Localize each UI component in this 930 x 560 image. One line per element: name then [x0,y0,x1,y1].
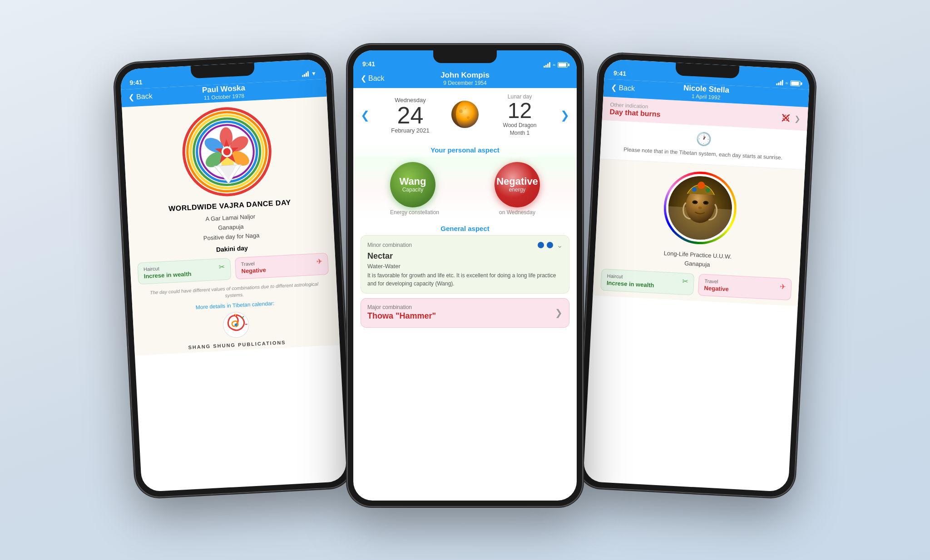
right-content: Other indication Day that burns ❯ [593,97,808,306]
signal-icon-center [544,62,550,68]
combo-chevron-minor: ⌄ [557,241,563,250]
nav-title-left: Paul Woska 11 October 1978 [202,84,246,101]
status-time-left: 9:41 [129,79,143,86]
status-time-center: 9:41 [362,60,375,68]
back-button-right[interactable]: ❮ Back [611,83,635,93]
major-combo-arrow: ❯ [555,307,563,318]
combo-header-minor: Minor combination ⌄ [367,241,563,250]
plane-icon-right: ✈ [779,282,786,291]
date-next-button[interactable]: ❯ [560,109,569,122]
shang-shung-logo: Shang Shung Publications [133,306,340,353]
nav-title-center: John Kompis 9 December 1954 [440,71,490,86]
other-ind-left: Other indication Day that burns [609,102,661,119]
combo-desc-minor: It is favorable for growth and life etc.… [367,271,563,288]
combo-name-minor: Nectar [367,251,563,261]
wang-ball: Wang Capacity [390,162,435,207]
scissors-icon-left: ✂ [218,262,225,271]
event-desc: A Gar Lamai Naljor Ganapuja Positive day… [137,208,325,246]
minor-combo-card[interactable]: Minor combination ⌄ Nectar Water-Water I… [361,235,569,294]
moon-phase-icon [451,100,479,130]
deity-inner [667,175,733,241]
major-combo-card[interactable]: Major combination Thowa "Hammer" ❯ [361,298,569,328]
battery-icon-right [790,80,801,86]
battery-icon-center [558,62,568,68]
mandala-area [122,97,331,202]
energy-row: Wang Capacity Energy constellation Negat… [353,157,577,220]
status-icons-right: ≈ [776,80,801,87]
date-nav-right: Lunar day 12 Wood DragonMonth 1 [479,93,560,137]
signal-icon-right [776,80,783,86]
wifi-icon-left: ▼ [311,70,317,77]
publisher-name: Shang Shung Publications [134,337,340,353]
status-icons-center: ≈ [544,62,568,68]
phone-center: 9:41 ≈ ❮ Back [347,44,583,507]
haircut-pill-left[interactable]: ✂ Haircut Increse in wealth [137,258,231,285]
deity-face-svg [667,175,733,241]
scissors-icon-right: ✂ [682,277,688,286]
date-nav: ❮ Wednesday 24 February 2021 [353,88,577,142]
plane-icon-left: ✈ [316,257,322,266]
negative-ball: Negative energy [495,162,540,207]
x-mark-icon [781,113,791,123]
phone-left: 9:41 ▼ ❮ Back Paul W [113,52,354,499]
actions-row-right: ✂ Haircut Increse in wealth ✈ Travel Neg… [600,269,792,300]
back-button-left[interactable]: ❮ Back [129,92,153,102]
date-nav-left: Wednesday 24 February 2021 [370,97,451,134]
back-button-center[interactable]: ❮ Back [361,74,385,83]
combo-dots [538,242,553,248]
date-prev-button[interactable]: ❮ [361,109,370,122]
general-aspect-header: General aspect [353,220,577,235]
other-ind-icons: ❯ [781,113,801,123]
signal-icon-left [302,71,309,77]
deity-circle [662,170,738,246]
phone-right: 9:41 ≈ ❮ Back [576,52,817,499]
svg-point-22 [459,109,463,113]
nav-title-right: Nicole Stella 1 April 1992 [683,83,730,101]
center-content: ❮ Wednesday 24 February 2021 [353,88,577,332]
status-time-right: 9:41 [613,69,627,77]
status-icons-left: ▼ [302,70,317,78]
spiral-icon [222,310,250,339]
deity-image-container [596,159,805,253]
mandala-image [179,104,275,199]
lunar-extra: Wood DragonMonth 1 [479,122,560,137]
wifi-icon-right: ≈ [785,80,788,86]
wang-energy: Wang Capacity Energy constellation [390,162,439,216]
negative-energy: Negative energy on Wednesday [495,162,540,216]
personal-aspect-header: Your personal aspect [353,142,577,157]
combo-sub-minor: Water-Water [367,263,563,270]
notch-center [433,50,497,63]
left-content: WORLDWIDE VAJRA DANCE DAY A Gar Lamai Na… [122,97,340,356]
svg-point-24 [465,108,466,109]
nav-bar-center: ❮ Back John Kompis 9 December 1954 [353,70,577,88]
haircut-pill-right[interactable]: ✂ Haircut Increse in wealth [600,269,694,295]
actions-row-left: ✂ Haircut Increse in wealth ✈ Travel Neg… [137,253,329,285]
wifi-icon-center: ≈ [553,62,555,68]
svg-point-23 [467,116,470,119]
other-ind-chevron: ❯ [794,114,801,123]
travel-pill-left[interactable]: ✈ Travel Negative [235,253,329,280]
major-combo-content: Major combination Thowa "Hammer" [367,304,436,322]
travel-pill-right[interactable]: ✈ Travel Negative [698,274,792,300]
